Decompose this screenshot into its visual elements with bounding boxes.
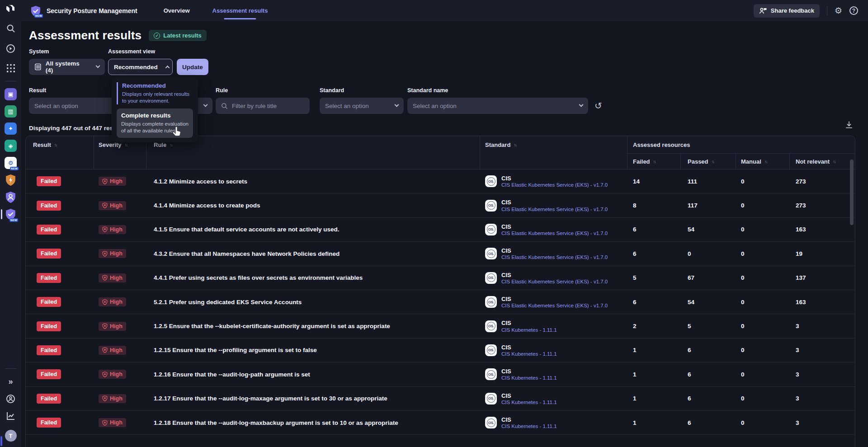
- results-summary: Displaying 447 out of 447 results: [29, 125, 124, 132]
- security-posture-app-icon[interactable]: NEW: [0, 206, 21, 223]
- table-row[interactable]: Failed High 4.1.2 Minimize access to sec…: [26, 169, 855, 193]
- standard-name-link[interactable]: CIS Elastic Kubernetes Service (EKS) - v…: [501, 279, 608, 284]
- rule-title: 4.1.5 Ensure that default service accoun…: [146, 226, 480, 233]
- cis-logo-icon: CIS.: [485, 200, 497, 212]
- shield-x-icon: [102, 202, 108, 208]
- rule-search-input[interactable]: Filter by rule title: [216, 98, 310, 114]
- standard-name-select[interactable]: Select an option: [407, 98, 588, 114]
- column-header-standard[interactable]: Standard↑↓: [485, 136, 516, 153]
- not-relevant-count: 3: [789, 323, 855, 329]
- column-header-passed[interactable]: Passed↑↓: [688, 153, 714, 169]
- not-relevant-count: 3: [789, 371, 855, 378]
- shield-x-icon: [102, 179, 108, 184]
- table-row[interactable]: Failed High 1.2.18 Ensure that the --aud…: [26, 411, 855, 435]
- new-badge: NEW: [9, 218, 18, 222]
- shield-x-icon: [102, 372, 108, 377]
- search-icon[interactable]: [0, 20, 21, 37]
- standard-name-link[interactable]: CIS Kubernetes - 1.11.1: [501, 423, 557, 429]
- column-header-manual[interactable]: Manual↑↓: [741, 153, 767, 169]
- severity-badge: High: [99, 273, 126, 282]
- analytics-icon[interactable]: [0, 407, 21, 424]
- manual-count: 0: [736, 323, 789, 329]
- support-icon[interactable]: [0, 390, 21, 407]
- standard-name-link[interactable]: CIS Elastic Kubernetes Service (EKS) - v…: [501, 254, 608, 260]
- update-button[interactable]: Update: [177, 59, 208, 75]
- tab-overview[interactable]: Overview: [164, 0, 190, 21]
- standard-name-link[interactable]: CIS Kubernetes - 1.11.1: [501, 375, 557, 381]
- failed-count: 1: [627, 395, 680, 402]
- column-header-not-relevant[interactable]: Not relevant↑↓: [796, 153, 835, 169]
- result-badge: Failed: [37, 369, 61, 379]
- manual-count: 0: [736, 419, 789, 426]
- download-icon[interactable]: [844, 120, 854, 129]
- table-row[interactable]: Failed High 1.2.16 Ensure that the --aud…: [26, 362, 855, 386]
- column-header-result[interactable]: Result↑↓: [33, 136, 57, 153]
- page-scroll-indicator[interactable]: [0, 436, 2, 446]
- page-title: Assessment results: [29, 28, 142, 42]
- gear-icon[interactable]: ⚙: [835, 6, 842, 15]
- standard-filter-label: Standard: [320, 87, 404, 94]
- failed-count: 1: [627, 419, 680, 426]
- standard-name-link[interactable]: CIS Kubernetes - 1.11.1: [501, 351, 557, 357]
- top-tabs: Overview Assessment results: [164, 0, 268, 21]
- manual-count: 0: [736, 347, 789, 353]
- shield-x-icon: [102, 275, 108, 281]
- table-row[interactable]: Failed High 4.1.4 Minimize access to cre…: [26, 193, 855, 217]
- reset-filters-icon[interactable]: ↺: [594, 98, 602, 114]
- assessment-view-select[interactable]: Recommended: [108, 59, 173, 75]
- standard-select[interactable]: Select an option: [320, 98, 404, 114]
- passed-count: 6: [680, 347, 736, 353]
- standard-name-link[interactable]: CIS Kubernetes - 1.11.1: [501, 400, 557, 405]
- help-icon[interactable]: ?: [849, 6, 858, 15]
- table-row[interactable]: Failed High 1.2.15 Ensure that the --pro…: [26, 339, 855, 362]
- table-row[interactable]: Failed High 4.1.5 Ensure that default se…: [26, 218, 855, 242]
- table-row[interactable]: Failed High 4.4.1 Prefer using secrets a…: [26, 266, 855, 290]
- standard-cell: CIS. CIS CIS Kubernetes - 1.11.1: [480, 416, 627, 429]
- collapse-icon[interactable]: »: [0, 373, 21, 390]
- catalog-app-icon[interactable]: ◈: [0, 137, 21, 154]
- table-row[interactable]: Failed High 5.2.1 Prefer using dedicated…: [26, 290, 855, 314]
- topbar-divider: [827, 6, 827, 15]
- standard-name-link[interactable]: CIS Elastic Kubernetes Service (EKS) - v…: [501, 303, 608, 308]
- avatar[interactable]: T: [0, 427, 21, 444]
- standard-name-link[interactable]: CIS Kubernetes - 1.11.1: [501, 327, 557, 333]
- sort-icon: ↑↓: [54, 142, 57, 147]
- table-scrollbar[interactable]: [850, 160, 854, 225]
- check-circle-icon: ✓: [154, 33, 160, 39]
- sort-icon: ↑↓: [170, 142, 172, 147]
- threat-shield-app-icon[interactable]: [0, 171, 21, 188]
- manual-count: 0: [736, 226, 789, 233]
- rule-title: 4.4.1 Prefer using secrets as files over…: [146, 274, 480, 281]
- not-relevant-count: 273: [789, 202, 855, 209]
- sidebar-divider: [5, 81, 17, 81]
- standard-name-link[interactable]: CIS Elastic Kubernetes Service (EKS) - v…: [501, 207, 608, 212]
- metrics-app-icon[interactable]: ▥: [0, 103, 21, 120]
- sidebar: ▣ ▥ ✦ ◈ ⚙NEW NEW » T: [0, 0, 21, 447]
- passed-count: 0: [680, 250, 736, 257]
- workloads-app-icon[interactable]: ✦: [0, 120, 21, 137]
- failed-count: 2: [627, 323, 680, 329]
- automation-app-icon[interactable]: ⚙NEW: [0, 154, 21, 171]
- chevron-down-icon: [395, 102, 399, 107]
- pipelines-icon[interactable]: [0, 40, 21, 57]
- table-row[interactable]: Failed High 1.2.5 Ensure that the --kube…: [26, 314, 855, 338]
- share-feedback-button[interactable]: Share feedback: [754, 4, 820, 18]
- clusters-app-icon[interactable]: ▣: [0, 85, 21, 103]
- tab-assessment-results[interactable]: Assessment results: [212, 0, 268, 21]
- lens-logo-icon[interactable]: [0, 0, 21, 17]
- column-header-failed[interactable]: Failed↑↓: [633, 153, 656, 169]
- system-select[interactable]: All systems (4): [29, 59, 105, 75]
- table-row[interactable]: Failed High 1.2.17 Ensure that the --aud…: [26, 387, 855, 411]
- standard-name-link[interactable]: CIS Elastic Kubernetes Service (EKS) - v…: [501, 182, 608, 188]
- apps-grid-icon[interactable]: [0, 60, 21, 77]
- table-row[interactable]: Failed High 4.3.2 Ensure that all Namesp…: [26, 242, 855, 266]
- standard-title: CIS: [501, 223, 608, 231]
- identity-shield-app-icon[interactable]: [0, 188, 21, 206]
- standard-name-link[interactable]: CIS Elastic Kubernetes Service (EKS) - v…: [501, 231, 608, 236]
- dropdown-option-recommended[interactable]: Recommended Displays only relevant resul…: [117, 82, 193, 104]
- standard-cell: CIS. CIS CIS Elastic Kubernetes Service …: [480, 199, 627, 212]
- rule-title: 4.1.2 Minimize access to secrets: [146, 178, 480, 185]
- standard-cell: CIS. CIS CIS Elastic Kubernetes Service …: [480, 223, 627, 236]
- column-group-assessed-resources: Assessed resources: [633, 136, 690, 153]
- dropdown-option-complete-results[interactable]: Complete results Displays complete evalu…: [117, 108, 193, 138]
